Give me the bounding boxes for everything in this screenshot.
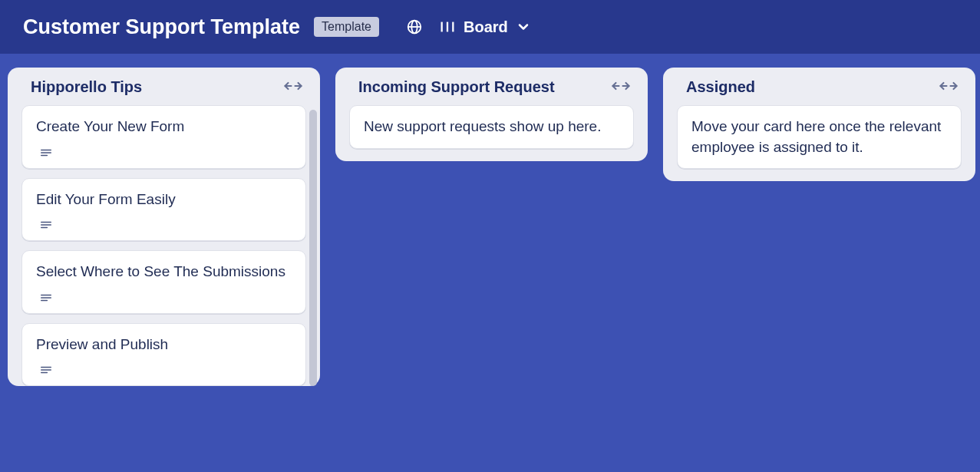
card[interactable]: Edit Your Form Easily: [21, 178, 306, 242]
template-badge[interactable]: Template: [314, 17, 379, 37]
list-hipporello-tips: Hipporello Tips Create Your New Form: [8, 68, 320, 386]
card[interactable]: Move your card here once the relevant em…: [677, 105, 962, 169]
card-title: Preview and Publish: [36, 335, 292, 355]
board-title[interactable]: Customer Support Template: [23, 15, 300, 39]
list-title[interactable]: Assigned: [686, 78, 755, 96]
chevron-down-icon: [516, 19, 531, 35]
card-title: Move your card here once the relevant em…: [691, 117, 947, 157]
card[interactable]: Create Your New Form: [21, 105, 306, 169]
list-scrollbar[interactable]: [309, 110, 317, 386]
globe-icon: [406, 18, 423, 35]
collapse-icon: [939, 80, 959, 95]
card[interactable]: Preview and Publish: [21, 323, 306, 387]
description-icon: [36, 290, 51, 305]
board-columns-icon: [439, 20, 456, 34]
list-header: Incoming Support Request: [335, 68, 648, 105]
collapse-icon: [611, 80, 631, 95]
list-collapse-button[interactable]: [611, 80, 631, 95]
view-switcher[interactable]: Board: [439, 18, 531, 36]
card-title: Edit Your Form Easily: [36, 190, 292, 210]
list-cards: Create Your New Form Edit Your Form Easi…: [8, 105, 320, 386]
list-header: Hipporello Tips: [8, 68, 320, 105]
board-header: Customer Support Template Template Board: [0, 0, 980, 54]
list-header: Assigned: [663, 68, 975, 105]
list-cards: New support requests show up here.: [335, 105, 648, 161]
list-collapse-button[interactable]: [939, 80, 959, 95]
list-collapse-button[interactable]: [283, 80, 303, 95]
list-title[interactable]: Hipporello Tips: [31, 78, 142, 96]
view-label: Board: [464, 18, 508, 36]
list-cards-wrap: Create Your New Form Edit Your Form Easi…: [8, 105, 320, 386]
list-assigned: Assigned Move your card here once the re…: [663, 68, 975, 181]
description-icon: [36, 217, 51, 233]
description-icon: [36, 145, 51, 160]
card-title: Select Where to See The Submissions: [36, 262, 292, 282]
card-title: Create Your New Form: [36, 117, 292, 137]
collapse-icon: [283, 80, 303, 95]
list-cards: Move your card here once the relevant em…: [663, 105, 975, 181]
card-title: New support requests show up here.: [364, 117, 619, 137]
card[interactable]: Select Where to See The Submissions: [21, 250, 306, 314]
list-title[interactable]: Incoming Support Request: [358, 78, 555, 96]
board-canvas: Hipporello Tips Create Your New Form: [0, 54, 980, 472]
card[interactable]: New support requests show up here.: [349, 105, 634, 149]
description-icon: [36, 362, 51, 378]
list-incoming-support-request: Incoming Support Request New support req…: [335, 68, 648, 161]
visibility-button[interactable]: [404, 16, 425, 38]
